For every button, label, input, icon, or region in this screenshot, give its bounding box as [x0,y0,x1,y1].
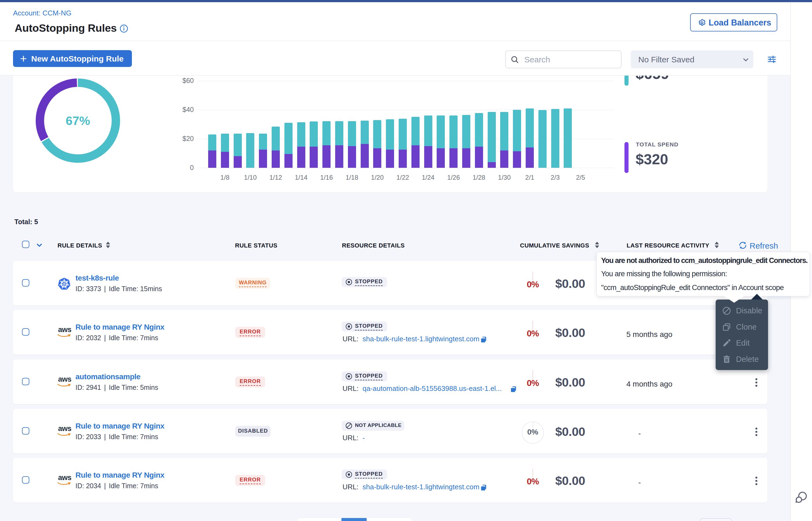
svg-text:67%: 67% [66,114,90,128]
